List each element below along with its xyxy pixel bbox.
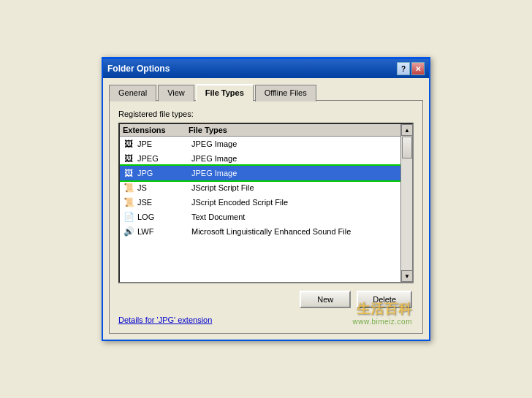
file-ext: JPG: [137, 169, 191, 177]
file-ext: JPEG: [137, 154, 191, 163]
tab-offlinefiles[interactable]: Offline Files: [255, 85, 316, 102]
list-item[interactable]: 📜 JSE JScript Encoded Script File: [120, 195, 400, 210]
file-type: JScript Encoded Script File: [191, 198, 398, 207]
file-ext: JPE: [137, 139, 191, 148]
tab-general[interactable]: General: [109, 85, 156, 102]
file-type: JPEG Image: [191, 154, 398, 163]
file-icon: 📜: [123, 182, 134, 194]
tab-bar: General View File Types Offline Files: [109, 84, 423, 101]
list-scrollbar[interactable]: ▲ ▼: [400, 124, 412, 282]
filetype-list-container: Extensions File Types 🖼 JPE JPEG Image 🖼…: [118, 123, 414, 283]
list-item-selected[interactable]: 🖼 JPG JPEG Image: [120, 166, 400, 180]
filetype-list: Extensions File Types 🖼 JPE JPEG Image 🖼…: [120, 124, 400, 282]
file-icon: 🖼: [123, 167, 134, 179]
file-ext: LOG: [137, 213, 191, 221]
tab-view[interactable]: View: [158, 85, 194, 102]
scroll-track: [401, 136, 412, 270]
help-button[interactable]: ?: [397, 62, 410, 75]
close-button[interactable]: ✕: [411, 62, 425, 75]
header-extensions: Extensions: [123, 126, 189, 134]
file-type: Microsoft Linguistically Enhanced Sound …: [191, 227, 398, 236]
dialog-title: Folder Options: [107, 64, 170, 74]
list-item[interactable]: 📄 LOG Text Document: [120, 210, 400, 224]
title-bar: Folder Options ? ✕: [103, 59, 429, 78]
file-icon: 🔊: [123, 226, 134, 237]
file-type: JPEG Image: [191, 139, 398, 148]
watermark: 生活百科 www.bimeiz.com: [353, 300, 412, 326]
header-filetypes: File Types: [189, 126, 398, 134]
file-icon: 📜: [123, 196, 134, 208]
file-type: Text Document: [191, 213, 398, 221]
file-type: JPEG Image: [191, 169, 398, 177]
folder-options-dialog: Folder Options ? ✕ General View File Typ…: [102, 57, 430, 341]
dialog-content: General View File Types Offline Files Re…: [103, 78, 429, 340]
file-type: JScript Script File: [191, 183, 398, 192]
tab-panel-filetypes: Registered file types: Extensions File T…: [109, 100, 423, 334]
list-header: Extensions File Types: [120, 124, 400, 137]
list-item[interactable]: 📜 JS JScript Script File: [120, 180, 400, 195]
scroll-down-button[interactable]: ▼: [401, 270, 413, 282]
new-button[interactable]: New: [300, 291, 351, 308]
watermark-text: 生活百科: [353, 300, 412, 318]
title-bar-buttons: ? ✕: [397, 62, 425, 75]
list-body[interactable]: 🖼 JPE JPEG Image 🖼 JPEG JPEG Image 🖼 JPG: [120, 137, 400, 278]
file-icon: 🖼: [123, 153, 134, 164]
list-item[interactable]: 🖼 JPEG JPEG Image: [120, 151, 400, 166]
list-item[interactable]: 🔊 LWF Microsoft Linguistically Enhanced …: [120, 224, 400, 239]
file-icon: 🖼: [123, 138, 134, 150]
watermark-url: www.bimeiz.com: [353, 318, 412, 326]
file-ext: JS: [137, 183, 191, 192]
section-label: Registered file types:: [118, 110, 414, 118]
file-icon: 📄: [123, 211, 134, 223]
file-ext: LWF: [137, 227, 191, 236]
scroll-thumb[interactable]: [402, 137, 412, 158]
file-ext: JSE: [137, 198, 191, 207]
scroll-up-button[interactable]: ▲: [401, 124, 413, 136]
list-item[interactable]: 🖼 JPE JPEG Image: [120, 137, 400, 151]
tab-filetypes[interactable]: File Types: [196, 84, 254, 101]
